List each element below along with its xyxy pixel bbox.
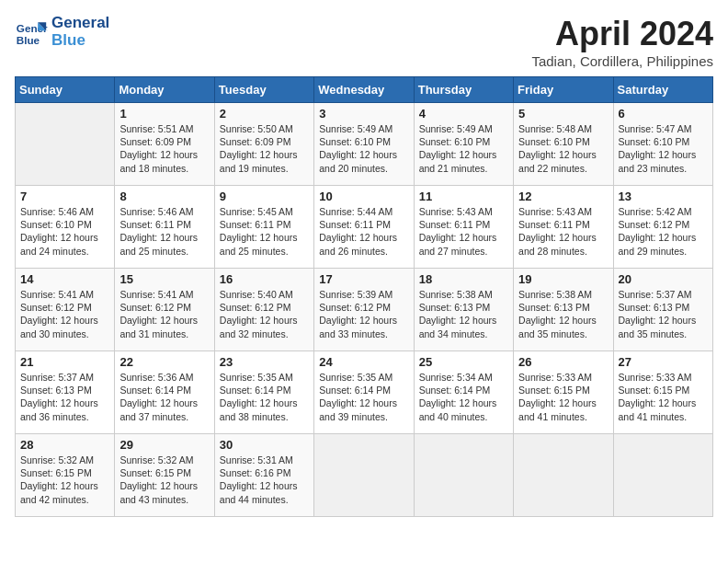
calendar-table: SundayMondayTuesdayWednesdayThursdayFrid… (15, 76, 713, 517)
day-number: 27 (619, 355, 708, 369)
day-number: 9 (220, 190, 309, 203)
calendar-cell: 15Sunrise: 5:41 AM Sunset: 6:12 PM Dayli… (115, 269, 214, 351)
week-row-4: 21Sunrise: 5:37 AM Sunset: 6:13 PM Dayli… (16, 351, 713, 434)
day-number: 3 (319, 107, 408, 121)
calendar-cell: 2Sunrise: 5:50 AM Sunset: 6:09 PM Daylig… (214, 103, 313, 186)
calendar-cell: 14Sunrise: 5:41 AM Sunset: 6:12 PM Dayli… (16, 269, 115, 351)
cell-info: Sunrise: 5:45 AM Sunset: 6:11 PM Dayligh… (220, 205, 309, 258)
cell-info: Sunrise: 5:40 AM Sunset: 6:12 PM Dayligh… (220, 288, 309, 340)
cell-info: Sunrise: 5:46 AM Sunset: 6:11 PM Dayligh… (119, 205, 209, 258)
calendar-cell: 19Sunrise: 5:38 AM Sunset: 6:13 PM Dayli… (514, 269, 613, 351)
title-area: April 2024 Tadian, Cordillera, Philippin… (531, 15, 713, 69)
calendar-cell: 10Sunrise: 5:44 AM Sunset: 6:11 PM Dayli… (314, 186, 414, 269)
calendar-cell (314, 434, 414, 517)
header-cell-saturday: Saturday (613, 77, 712, 103)
cell-info: Sunrise: 5:43 AM Sunset: 6:11 PM Dayligh… (419, 205, 508, 258)
logo: General Blue General Blue (15, 15, 109, 49)
calendar-cell: 1Sunrise: 5:51 AM Sunset: 6:09 PM Daylig… (115, 103, 214, 186)
day-number: 11 (419, 190, 508, 203)
day-number: 28 (20, 438, 109, 452)
calendar-cell: 30Sunrise: 5:31 AM Sunset: 6:16 PM Dayli… (214, 434, 313, 517)
calendar-cell: 27Sunrise: 5:33 AM Sunset: 6:15 PM Dayli… (613, 351, 712, 434)
header-cell-tuesday: Tuesday (214, 77, 313, 103)
calendar-cell: 17Sunrise: 5:39 AM Sunset: 6:12 PM Dayli… (314, 269, 414, 351)
calendar-cell: 13Sunrise: 5:42 AM Sunset: 6:12 PM Dayli… (613, 186, 712, 269)
cell-info: Sunrise: 5:32 AM Sunset: 6:15 PM Dayligh… (119, 454, 209, 506)
cell-info: Sunrise: 5:43 AM Sunset: 6:11 PM Dayligh… (518, 205, 608, 258)
day-number: 1 (119, 107, 209, 121)
logo-text-general: General (51, 15, 109, 32)
header-cell-thursday: Thursday (414, 77, 513, 103)
cell-info: Sunrise: 5:41 AM Sunset: 6:12 PM Dayligh… (20, 288, 109, 340)
cell-info: Sunrise: 5:42 AM Sunset: 6:12 PM Dayligh… (619, 205, 708, 258)
week-row-2: 7Sunrise: 5:46 AM Sunset: 6:10 PM Daylig… (16, 186, 713, 269)
cell-info: Sunrise: 5:31 AM Sunset: 6:16 PM Dayligh… (220, 454, 309, 506)
day-number: 29 (119, 438, 209, 452)
day-number: 25 (419, 355, 508, 369)
day-number: 19 (518, 272, 608, 286)
calendar-body: 1Sunrise: 5:51 AM Sunset: 6:09 PM Daylig… (16, 103, 713, 517)
cell-info: Sunrise: 5:33 AM Sunset: 6:15 PM Dayligh… (619, 371, 708, 423)
day-number: 18 (419, 272, 508, 286)
header-cell-sunday: Sunday (16, 77, 115, 103)
cell-info: Sunrise: 5:36 AM Sunset: 6:14 PM Dayligh… (119, 371, 209, 423)
day-number: 12 (518, 190, 608, 203)
calendar-cell: 5Sunrise: 5:48 AM Sunset: 6:10 PM Daylig… (514, 103, 613, 186)
cell-info: Sunrise: 5:37 AM Sunset: 6:13 PM Dayligh… (20, 371, 109, 423)
calendar-cell: 3Sunrise: 5:49 AM Sunset: 6:10 PM Daylig… (314, 103, 414, 186)
calendar-cell: 16Sunrise: 5:40 AM Sunset: 6:12 PM Dayli… (214, 269, 313, 351)
day-number: 23 (220, 355, 309, 369)
day-number: 30 (220, 438, 309, 452)
calendar-cell (16, 103, 115, 186)
cell-info: Sunrise: 5:37 AM Sunset: 6:13 PM Dayligh… (619, 288, 708, 340)
cell-info: Sunrise: 5:35 AM Sunset: 6:14 PM Dayligh… (220, 371, 309, 423)
day-number: 22 (119, 355, 209, 369)
cell-info: Sunrise: 5:38 AM Sunset: 6:13 PM Dayligh… (419, 288, 508, 340)
day-number: 26 (518, 355, 608, 369)
calendar-cell: 29Sunrise: 5:32 AM Sunset: 6:15 PM Dayli… (115, 434, 214, 517)
calendar-cell: 4Sunrise: 5:49 AM Sunset: 6:10 PM Daylig… (414, 103, 513, 186)
calendar-cell: 11Sunrise: 5:43 AM Sunset: 6:11 PM Dayli… (414, 186, 513, 269)
day-number: 21 (20, 355, 109, 369)
calendar-cell: 12Sunrise: 5:43 AM Sunset: 6:11 PM Dayli… (514, 186, 613, 269)
week-row-1: 1Sunrise: 5:51 AM Sunset: 6:09 PM Daylig… (16, 103, 713, 186)
calendar-cell: 22Sunrise: 5:36 AM Sunset: 6:14 PM Dayli… (115, 351, 214, 434)
day-number: 15 (119, 272, 209, 286)
day-number: 2 (220, 107, 309, 121)
calendar-cell: 21Sunrise: 5:37 AM Sunset: 6:13 PM Dayli… (16, 351, 115, 434)
calendar-cell: 7Sunrise: 5:46 AM Sunset: 6:10 PM Daylig… (16, 186, 115, 269)
cell-info: Sunrise: 5:35 AM Sunset: 6:14 PM Dayligh… (319, 371, 408, 423)
svg-text:Blue: Blue (17, 33, 40, 45)
header-row: SundayMondayTuesdayWednesdayThursdayFrid… (16, 77, 713, 103)
calendar-cell (613, 434, 712, 517)
cell-info: Sunrise: 5:49 AM Sunset: 6:10 PM Dayligh… (319, 122, 408, 175)
header-cell-friday: Friday (514, 77, 613, 103)
week-row-3: 14Sunrise: 5:41 AM Sunset: 6:12 PM Dayli… (16, 269, 713, 351)
cell-info: Sunrise: 5:50 AM Sunset: 6:09 PM Dayligh… (220, 122, 309, 175)
day-number: 13 (619, 190, 708, 203)
calendar-header: SundayMondayTuesdayWednesdayThursdayFrid… (16, 77, 713, 103)
day-number: 8 (119, 190, 209, 203)
day-number: 5 (518, 107, 608, 121)
calendar-cell: 6Sunrise: 5:47 AM Sunset: 6:10 PM Daylig… (613, 103, 712, 186)
cell-info: Sunrise: 5:46 AM Sunset: 6:10 PM Dayligh… (20, 205, 109, 258)
calendar-cell: 23Sunrise: 5:35 AM Sunset: 6:14 PM Dayli… (214, 351, 313, 434)
header: General Blue General Blue April 2024 Tad… (15, 15, 713, 69)
day-number: 6 (619, 107, 708, 121)
calendar-cell (514, 434, 613, 517)
day-number: 16 (220, 272, 309, 286)
calendar-cell (414, 434, 513, 517)
calendar-cell: 25Sunrise: 5:34 AM Sunset: 6:14 PM Dayli… (414, 351, 513, 434)
logo-icon: General Blue (15, 16, 48, 49)
week-row-5: 28Sunrise: 5:32 AM Sunset: 6:15 PM Dayli… (16, 434, 713, 517)
calendar-cell: 24Sunrise: 5:35 AM Sunset: 6:14 PM Dayli… (314, 351, 414, 434)
cell-info: Sunrise: 5:44 AM Sunset: 6:11 PM Dayligh… (319, 205, 408, 258)
cell-info: Sunrise: 5:49 AM Sunset: 6:10 PM Dayligh… (419, 122, 508, 175)
day-number: 24 (319, 355, 408, 369)
calendar-cell: 26Sunrise: 5:33 AM Sunset: 6:15 PM Dayli… (514, 351, 613, 434)
day-number: 20 (619, 272, 708, 286)
location-title: Tadian, Cordillera, Philippines (531, 53, 713, 69)
cell-info: Sunrise: 5:47 AM Sunset: 6:10 PM Dayligh… (619, 122, 708, 175)
cell-info: Sunrise: 5:48 AM Sunset: 6:10 PM Dayligh… (518, 122, 608, 175)
cell-info: Sunrise: 5:41 AM Sunset: 6:12 PM Dayligh… (119, 288, 209, 340)
